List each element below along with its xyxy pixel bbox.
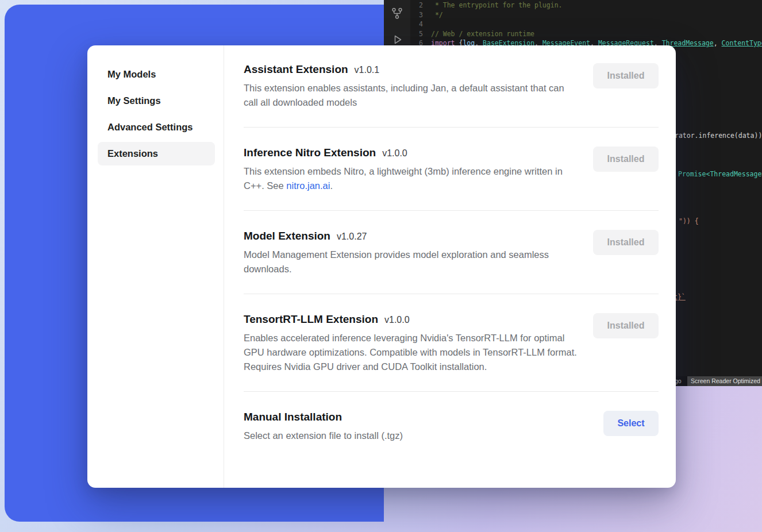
sidebar-item-extensions[interactable]: Extensions [98,142,215,165]
extension-row: Model Extension v1.0.27 Model Management… [244,210,659,294]
installed-button[interactable]: Installed [593,313,659,338]
extension-version: v1.0.0 [382,148,407,159]
extension-row: Inference Nitro Extension v1.0.0 This ex… [244,127,659,210]
extension-description: This extension enables assistants, inclu… [244,81,578,110]
extension-title: Model Extension [244,230,330,242]
settings-sidebar: My Models My Settings Advanced Settings … [87,45,224,488]
code-fragment: ")) { [679,217,699,225]
extension-description: Enables accelerated inference leveraging… [244,331,578,374]
extension-row: Assistant Extension v1.0.1 This extensio… [244,45,659,127]
extension-description: Select an extension file to install (.tg… [244,429,403,443]
code-fragment: Promise<ThreadMessage> [678,170,762,178]
extension-version: v1.0.1 [355,65,380,75]
sidebar-item-advanced-settings[interactable]: Advanced Settings [98,115,215,139]
code-line: 2 * The entrypoint for the plugin. [410,1,762,10]
line-number: 5 [410,29,423,39]
extension-title: TensortRT-LLM Extension [244,313,378,326]
extension-title: Inference Nitro Extension [244,147,376,159]
extension-description: Model Management Extension provides mode… [244,248,578,276]
extension-title: Assistant Extension [244,63,348,76]
line-number: 3 [410,10,423,20]
installed-button[interactable]: Installed [593,230,659,255]
extension-row: Manual Installation Select an extension … [244,391,659,460]
code-text: */ [431,10,443,20]
code-line: 4 [410,20,762,29]
source-control-icon[interactable] [384,0,410,26]
extension-version: v1.0.0 [384,315,410,325]
installed-button[interactable]: Installed [593,63,659,88]
extension-description: This extension embeds Nitro, a lightweig… [244,164,578,193]
code-text: * The entrypoint for the plugin. [431,1,562,10]
desktop-background: 2 * The entrypoint for the plugin. 3 */ … [0,0,762,532]
settings-modal: My Models My Settings Advanced Settings … [87,45,676,488]
select-button[interactable]: Select [603,411,659,436]
extension-row: TensortRT-LLM Extension v1.0.0 Enables a… [244,294,659,391]
line-number: 2 [410,1,423,10]
sidebar-item-my-settings[interactable]: My Settings [98,89,215,113]
line-number: 4 [410,20,423,29]
code-text: // Web / extension runtime [431,29,534,39]
extension-title: Manual Installation [244,411,342,423]
extension-version: v1.0.27 [337,232,367,242]
code-fragment: rator.inference(data)); [675,132,762,140]
sidebar-item-my-models[interactable]: My Models [98,63,215,86]
code-line: 5 // Web / extension runtime [410,29,762,39]
installed-button[interactable]: Installed [593,147,659,172]
extensions-panel: Assistant Extension v1.0.1 This extensio… [224,45,676,488]
code-line: 3 */ [410,10,762,20]
screen-reader-status[interactable]: Screen Reader Optimized [687,376,762,386]
nitro-jan-ai-link[interactable]: nitro.jan.ai [286,180,330,191]
